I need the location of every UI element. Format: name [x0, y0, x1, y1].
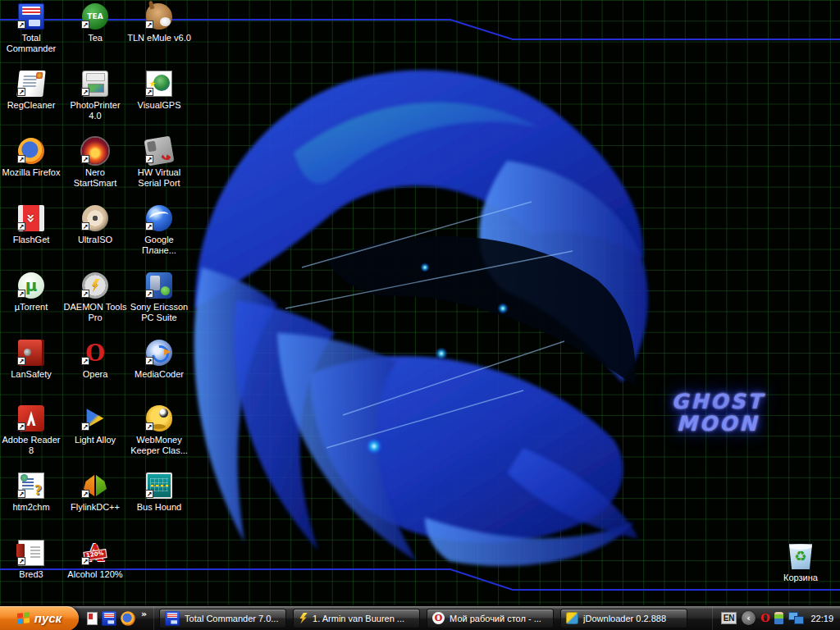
shortcut-arrow-icon: ↗ — [145, 357, 153, 365]
icon-label: VisualGPS — [138, 100, 181, 111]
winamp-task-icon — [299, 613, 308, 624]
icon-label: FlashGet — [13, 235, 50, 245]
icon-label: UltraISO — [78, 235, 112, 245]
language-indicator[interactable]: EN — [721, 612, 737, 624]
total-commander-task-icon — [165, 611, 180, 626]
quick-launch-bar: » — [79, 606, 154, 630]
desktop-icon-webmoney[interactable]: ↗ WebMoney Keeper Clas... — [125, 405, 194, 456]
desktop-icon-flashget[interactable]: » ↗ FlashGet — [0, 205, 66, 245]
desktop-icon-bus-hound[interactable]: ↗ Bus Hound — [125, 472, 194, 513]
desktop-icon-regcleaner[interactable]: ↗ RegCleaner — [0, 71, 66, 111]
desktop-icon-photoprinter[interactable]: ↗ PhotoPrinter 4.0 — [61, 71, 130, 121]
shortcut-arrow-icon: ↗ — [145, 490, 153, 498]
quicklaunch-total-commander-icon[interactable] — [102, 611, 116, 626]
shortcut-arrow-icon: ↗ — [145, 88, 153, 96]
shortcut-arrow-icon: ↗ — [81, 222, 89, 231]
windows-xp-desktop-screen: GHOST MOON ↗ Total Commander TEA ↗ Tea ↗… — [0, 0, 840, 630]
shortcut-arrow-icon: ↗ — [17, 557, 25, 565]
start-button-label: пуск — [34, 611, 62, 625]
task-buttons-area: Total Commander 7.0...1. Armin van Buure… — [154, 609, 712, 628]
recycle-bin-icon: ♻ — [788, 543, 814, 569]
desktop-icon-opera[interactable]: O ↗ Opera — [61, 340, 130, 380]
desktop-icon-firefox[interactable]: ↗ Mozilla Firefox — [0, 138, 66, 178]
icon-label: Tea — [88, 33, 103, 43]
shortcut-arrow-icon: ↗ — [17, 357, 25, 365]
task-button-label: Мой рабочий стол - ... — [450, 614, 541, 623]
icon-label: RegCleaner — [7, 100, 56, 111]
tray-collapse-chevron-icon[interactable]: ‹ — [742, 611, 756, 625]
windows-logo-icon — [17, 612, 30, 624]
desktop-icon-lansafety[interactable]: ↗ LanSafety — [0, 340, 66, 380]
icon-label: LanSafety — [11, 369, 52, 380]
icon-label: MediaCoder — [135, 369, 184, 380]
shortcut-arrow-icon: ↗ — [81, 490, 89, 498]
shortcut-arrow-icon: ↗ — [145, 21, 153, 29]
desktop-icon-ultraiso[interactable]: ↗ UltraISO — [61, 205, 130, 245]
desktop-icon-daemon-tools[interactable]: ↗ DAEMON Tools Pro — [61, 272, 130, 323]
desktop-icon-adobe-reader[interactable]: ↗ Adobe Reader 8 — [0, 405, 66, 456]
quicklaunch-bred-doc-icon[interactable] — [87, 612, 98, 625]
shortcut-arrow-icon: ↗ — [17, 21, 25, 29]
tray-opera-icon[interactable]: O — [760, 613, 769, 623]
taskbar: пуск » Total Commander 7.0...1. Armin va… — [0, 605, 840, 630]
tray-network-icon[interactable] — [788, 612, 804, 624]
desktop-icon-hw-virtual-serial-port[interactable]: ↗ HW Virtual Serial Port — [125, 138, 194, 189]
desktop-icon-tea[interactable]: TEA ↗ Tea — [61, 3, 130, 43]
icon-label: Alcohol 120% — [67, 569, 122, 580]
task-button-label: 1. Armin van Buuren ... — [313, 614, 404, 623]
taskbar-button-opera[interactable]: OМой рабочий стол - ... — [427, 609, 554, 628]
desktop[interactable]: GHOST MOON ↗ Total Commander TEA ↗ Tea ↗… — [0, 0, 840, 605]
desktop-icon-flylinkdc[interactable]: ↗ FlylinkDC++ — [61, 472, 130, 513]
shortcut-arrow-icon: ↗ — [81, 422, 89, 431]
desktop-icon-total-commander[interactable]: ↗ Total Commander — [0, 3, 66, 54]
shortcut-arrow-icon: ↗ — [17, 422, 25, 431]
quick-launch-overflow-chevron-icon[interactable]: » — [139, 609, 147, 619]
tray-agent-icon[interactable] — [774, 612, 783, 624]
desktop-icon-sony-ericsson[interactable]: ↗ Sony Ericsson PC Suite — [125, 272, 194, 323]
shortcut-arrow-icon: ↗ — [17, 88, 25, 96]
desktop-icon-visualgps[interactable]: ↗ VisualGPS — [125, 71, 194, 111]
desktop-icon-nero-startsmart[interactable]: ↗ Nero StartSmart — [61, 138, 130, 189]
icon-label: Корзина — [783, 573, 818, 583]
desktop-icon-bred3[interactable]: ↗ Bred3 — [0, 540, 66, 580]
shortcut-arrow-icon: ↗ — [81, 290, 89, 298]
icon-label: Mozilla Firefox — [2, 167, 61, 178]
shortcut-arrow-icon: ↗ — [145, 422, 153, 431]
desktop-icon-utorrent[interactable]: µ ↗ µTorrent — [0, 272, 66, 313]
taskbar-button-winamp[interactable]: 1. Armin van Buuren ... — [293, 609, 420, 628]
icon-label: Opera — [83, 369, 108, 380]
desktop-icon-mediacoder[interactable]: ↗ MediaCoder — [125, 340, 194, 380]
shortcut-arrow-icon: ↗ — [81, 357, 89, 365]
desktop-icon-htm2chm[interactable]: ? ↗ htm2chm — [0, 472, 66, 513]
shortcut-arrow-icon: ↗ — [17, 222, 25, 231]
shortcut-arrow-icon: ↗ — [145, 222, 153, 231]
shortcut-arrow-icon: ↗ — [17, 290, 25, 298]
start-button[interactable]: пуск — [0, 606, 79, 630]
icon-label: FlylinkDC++ — [71, 502, 120, 513]
icon-label: TLN eMule v6.0 — [127, 33, 191, 43]
icon-label: WebMoney Keeper Clas... — [130, 435, 188, 456]
icon-label: Light Alloy — [75, 435, 116, 445]
desktop-icon-recycle-bin[interactable]: ♻ Корзина — [766, 543, 835, 583]
desktop-icon-google-earth[interactable]: ↗ Google Плане... — [125, 205, 194, 256]
shortcut-arrow-icon: ↗ — [81, 21, 89, 29]
shortcut-arrow-icon: ↗ — [145, 155, 153, 163]
desktop-icon-alcohol[interactable]: A ↗ Alcohol 120% — [61, 540, 130, 580]
desktop-icon-tln-emule[interactable]: ↗ TLN eMule v6.0 — [125, 3, 194, 43]
shortcut-arrow-icon: ↗ — [17, 490, 25, 498]
icon-label: Sony Ericsson PC Suite — [130, 302, 188, 323]
icon-label: Bred3 — [19, 569, 43, 580]
taskbar-button-jdownloader[interactable]: jDownloader 0.2.888 — [560, 609, 687, 628]
taskbar-clock[interactable]: 22:19 — [809, 614, 833, 623]
shortcut-arrow-icon: ↗ — [81, 88, 89, 96]
desktop-icons-layer: ↗ Total Commander TEA ↗ Tea ↗ TLN eMule … — [0, 0, 840, 605]
icon-label: Adobe Reader 8 — [2, 435, 61, 456]
icon-label: µTorrent — [15, 302, 48, 313]
desktop-icon-light-alloy[interactable]: ↗ Light Alloy — [61, 405, 130, 445]
shortcut-arrow-icon: ↗ — [81, 155, 89, 163]
icon-label: HW Virtual Serial Port — [138, 167, 180, 189]
task-button-label: Total Commander 7.0... — [185, 614, 278, 623]
taskbar-button-total-commander[interactable]: Total Commander 7.0... — [159, 609, 286, 628]
opera-task-icon: O — [432, 612, 445, 624]
quicklaunch-firefox-icon[interactable] — [121, 611, 135, 626]
